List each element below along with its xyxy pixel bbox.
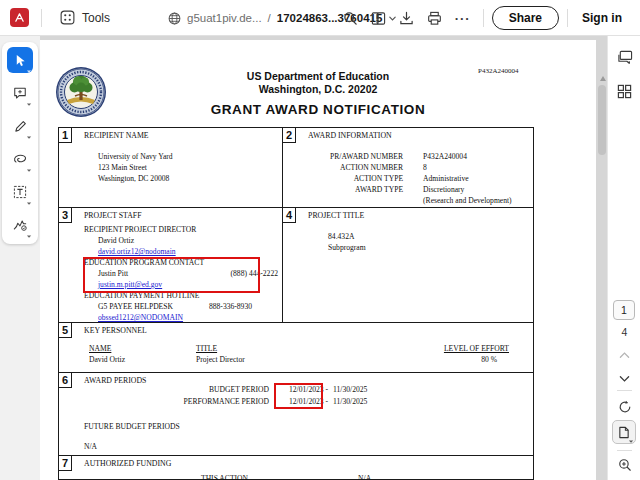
zoom-in-button[interactable] bbox=[608, 454, 640, 476]
site-name[interactable]: g5uat1piv.de... bbox=[187, 12, 262, 24]
award-info-label: ACTION TYPE bbox=[283, 173, 403, 184]
sidebar-divider bbox=[617, 450, 632, 451]
section-number: 2 bbox=[283, 128, 296, 143]
draw-tool-button[interactable] bbox=[7, 113, 33, 139]
recipient-line: 123 Main Street bbox=[98, 162, 173, 173]
total-pages-label: 4 bbox=[608, 326, 640, 338]
section-label: PROJECT STAFF bbox=[84, 210, 142, 221]
payment-hotline-name: G5 PAYEE HELPDESK bbox=[98, 301, 173, 312]
comments-panel-button[interactable] bbox=[608, 46, 640, 68]
section-authorized-funding: 7 AUTHORIZED FUNDING THIS ACTION N/A bbox=[59, 456, 533, 480]
scrollbar-thumb[interactable] bbox=[598, 85, 606, 155]
add-text-tool-button[interactable] bbox=[7, 179, 33, 205]
print-button[interactable] bbox=[423, 6, 447, 30]
payment-hotline-phone: 888-336-8930 bbox=[209, 301, 252, 312]
award-info-value: Discretionary bbox=[423, 184, 464, 195]
path-separator: / bbox=[268, 12, 271, 24]
toolbar-divider bbox=[41, 9, 42, 27]
search-icon bbox=[343, 11, 358, 26]
budget-period-label: BUDGET PERIOD bbox=[59, 384, 269, 395]
section-number: 4 bbox=[283, 208, 296, 223]
rotate-page-button[interactable] bbox=[608, 396, 640, 418]
award-number-corner: P432A240004 bbox=[478, 67, 518, 75]
grid-icon bbox=[617, 84, 632, 99]
kp-header-effort: LEVEL OF EFFORT bbox=[346, 343, 509, 354]
acrobat-logo-icon[interactable] bbox=[10, 8, 29, 27]
award-info-label: ACTION NUMBER bbox=[283, 162, 403, 173]
lasso-loop-icon bbox=[13, 153, 27, 165]
copy-pages-button[interactable] bbox=[367, 6, 391, 30]
document-viewport: US Department of Education Washington, D… bbox=[40, 36, 607, 480]
section-project-staff: 3 PROJECT STAFF RECIPIENT PROJECT DIRECT… bbox=[59, 208, 283, 322]
kp-header-title: TITLE bbox=[196, 343, 346, 354]
next-page-button[interactable] bbox=[608, 368, 640, 390]
key-personnel-row: David Ortiz Project Director 80 % bbox=[89, 354, 509, 365]
award-info-value: Administrative bbox=[423, 173, 469, 184]
this-action-label: THIS ACTION bbox=[201, 473, 248, 480]
project-director-name: David Ortiz bbox=[84, 235, 280, 246]
project-director-email-link[interactable]: david.ortiz12@nodomain bbox=[98, 247, 176, 256]
section-label: AWARD INFORMATION bbox=[308, 130, 392, 141]
future-budget-periods-label: FUTURE BUDGET PERIODS bbox=[84, 421, 180, 432]
award-info-label: PR/AWARD NUMBER bbox=[283, 151, 403, 162]
doc-header-line2: Washington, D.C. 20202 bbox=[40, 83, 596, 95]
annotation-tool-panel bbox=[2, 42, 38, 244]
recipient-line: University of Navy Yard bbox=[98, 151, 173, 162]
kp-header-name: NAME bbox=[89, 343, 196, 354]
current-page-input[interactable]: 1 bbox=[613, 300, 635, 320]
section-key-personnel: 5 KEY PERSONNEL NAME TITLE LEVEL OF EFFO… bbox=[59, 323, 533, 372]
award-info-label bbox=[283, 195, 403, 206]
search-button[interactable] bbox=[339, 6, 363, 30]
more-options-button[interactable]: ··· bbox=[451, 6, 475, 30]
rotate-icon bbox=[618, 400, 632, 414]
download-button[interactable] bbox=[395, 6, 419, 30]
toolbar-divider bbox=[567, 9, 568, 27]
tools-menu-button[interactable]: Tools bbox=[54, 6, 116, 29]
recipient-line: Washington, DC 20008 bbox=[98, 173, 173, 184]
section-award-periods: 6 AWARD PERIODS BUDGET PERIOD 12/01/2023… bbox=[59, 373, 533, 455]
future-budget-periods-value: N/A bbox=[84, 441, 97, 452]
performance-period-end: 11/30/2025 bbox=[331, 396, 369, 407]
section-number: 1 bbox=[59, 128, 72, 143]
section-label: PROJECT TITLE bbox=[308, 210, 364, 221]
section-award-information: 2 AWARD INFORMATION PR/AWARD NUMBERP432A… bbox=[283, 128, 533, 207]
download-icon bbox=[399, 11, 414, 26]
performance-period-label: PERFORMANCE PERIOD bbox=[59, 396, 269, 407]
kp-effort: 80 % bbox=[346, 354, 509, 365]
pencil-icon bbox=[14, 120, 27, 133]
red-annotation-program-contact bbox=[83, 257, 260, 293]
section-number: 5 bbox=[59, 323, 72, 338]
grant-table: 1 RECIPIENT NAME University of Navy Yard… bbox=[58, 127, 534, 480]
top-toolbar: Tools g5uat1piv.de... / 17024863...37604… bbox=[0, 0, 640, 36]
sidebar-divider bbox=[617, 390, 632, 391]
lasso-tool-button[interactable] bbox=[7, 146, 33, 172]
doc-title: GRANT AWARD NOTIFICATION bbox=[40, 102, 596, 117]
fit-page-button[interactable] bbox=[612, 420, 636, 444]
this-action-value: N/A bbox=[358, 473, 371, 480]
section-number: 3 bbox=[59, 208, 72, 223]
section-label: KEY PERSONNEL bbox=[84, 325, 147, 336]
share-button[interactable]: Share bbox=[492, 6, 559, 30]
section-recipient-name: 1 RECIPIENT NAME University of Navy Yard… bbox=[59, 128, 283, 207]
sign-in-link[interactable]: Sign in bbox=[576, 11, 632, 25]
previous-page-button[interactable] bbox=[608, 344, 640, 366]
scrollbar-up-arrow[interactable] bbox=[600, 76, 606, 81]
text-box-icon bbox=[13, 185, 27, 199]
sign-tool-button[interactable] bbox=[7, 212, 33, 238]
section-project-title: 4 PROJECT TITLE 84.432A Subprogram bbox=[283, 208, 533, 322]
project-director-heading: RECIPIENT PROJECT DIRECTOR bbox=[84, 224, 280, 235]
cursor-arrow-icon bbox=[14, 54, 27, 67]
thumbnails-panel-button[interactable] bbox=[608, 80, 640, 102]
print-icon bbox=[427, 11, 442, 26]
signature-icon bbox=[13, 218, 27, 232]
kp-name: David Ortiz bbox=[89, 354, 196, 365]
award-info-value: 8 bbox=[423, 162, 427, 173]
globe-icon bbox=[168, 12, 181, 25]
payment-hotline-email-link[interactable]: obssed1212@NODOMAIN bbox=[98, 313, 183, 322]
left-tool-rail bbox=[0, 36, 40, 480]
comment-tool-button[interactable] bbox=[7, 80, 33, 106]
select-tool-button[interactable] bbox=[7, 47, 33, 73]
right-sidebar: 1 4 bbox=[607, 36, 640, 480]
budget-period-end: 11/30/2025 bbox=[331, 384, 369, 395]
project-title-line: 84.432A bbox=[328, 231, 366, 242]
